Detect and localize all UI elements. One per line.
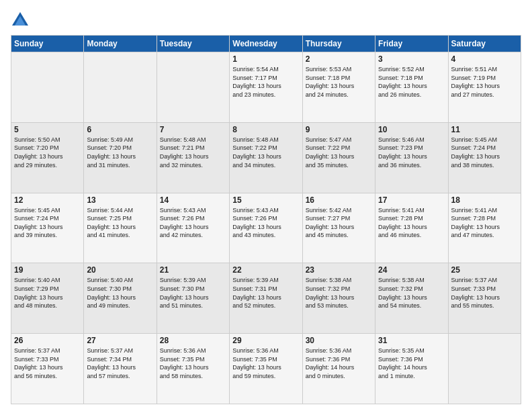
day-number: 20 <box>87 265 153 275</box>
day-info: Sunrise: 5:36 AM Sunset: 7:35 PM Dayligh… <box>232 347 299 380</box>
day-header-tuesday: Tuesday <box>157 36 229 52</box>
day-cell-31: 31Sunrise: 5:35 AM Sunset: 7:36 PM Dayli… <box>375 334 448 404</box>
day-number: 5 <box>14 125 81 134</box>
empty-cell <box>157 52 229 123</box>
week-row-3: 12Sunrise: 5:45 AM Sunset: 7:24 PM Dayli… <box>11 193 521 263</box>
day-number: 26 <box>14 336 81 345</box>
day-number: 12 <box>14 195 81 205</box>
day-info: Sunrise: 5:51 AM Sunset: 7:19 PM Dayligh… <box>451 65 518 99</box>
day-number: 19 <box>14 265 81 275</box>
day-number: 21 <box>160 265 226 275</box>
day-number: 17 <box>378 195 445 205</box>
day-info: Sunrise: 5:54 AM Sunset: 7:17 PM Dayligh… <box>232 65 299 99</box>
week-row-1: 1Sunrise: 5:54 AM Sunset: 7:17 PM Daylig… <box>11 52 521 123</box>
logo <box>11 11 32 30</box>
day-number: 1 <box>232 54 299 64</box>
day-number: 4 <box>451 54 518 64</box>
day-info: Sunrise: 5:37 AM Sunset: 7:33 PM Dayligh… <box>451 276 518 310</box>
day-header-thursday: Thursday <box>302 36 375 52</box>
week-row-5: 26Sunrise: 5:37 AM Sunset: 7:33 PM Dayli… <box>11 334 521 404</box>
day-cell-2: 2Sunrise: 5:53 AM Sunset: 7:18 PM Daylig… <box>302 52 375 123</box>
day-cell-20: 20Sunrise: 5:40 AM Sunset: 7:30 PM Dayli… <box>84 263 157 334</box>
day-info: Sunrise: 5:43 AM Sunset: 7:26 PM Dayligh… <box>232 206 299 240</box>
day-number: 23 <box>306 265 372 275</box>
day-number: 7 <box>160 125 226 134</box>
day-number: 6 <box>87 125 153 134</box>
day-header-wednesday: Wednesday <box>230 36 302 52</box>
day-cell-26: 26Sunrise: 5:37 AM Sunset: 7:33 PM Dayli… <box>11 334 84 404</box>
day-cell-18: 18Sunrise: 5:41 AM Sunset: 7:28 PM Dayli… <box>448 193 521 263</box>
day-info: Sunrise: 5:39 AM Sunset: 7:30 PM Dayligh… <box>160 276 226 310</box>
empty-cell <box>11 52 84 123</box>
day-cell-24: 24Sunrise: 5:38 AM Sunset: 7:32 PM Dayli… <box>375 263 448 334</box>
day-cell-19: 19Sunrise: 5:40 AM Sunset: 7:29 PM Dayli… <box>11 263 84 334</box>
day-number: 2 <box>306 54 372 64</box>
day-cell-3: 3Sunrise: 5:52 AM Sunset: 7:18 PM Daylig… <box>375 52 448 123</box>
header <box>11 11 521 30</box>
day-number: 16 <box>306 195 372 205</box>
day-info: Sunrise: 5:48 AM Sunset: 7:22 PM Dayligh… <box>232 136 299 169</box>
empty-cell <box>84 52 157 123</box>
day-header-saturday: Saturday <box>448 36 521 52</box>
day-info: Sunrise: 5:36 AM Sunset: 7:35 PM Dayligh… <box>160 347 226 380</box>
day-info: Sunrise: 5:49 AM Sunset: 7:20 PM Dayligh… <box>87 136 153 169</box>
day-number: 15 <box>232 195 299 205</box>
day-cell-1: 1Sunrise: 5:54 AM Sunset: 7:17 PM Daylig… <box>230 52 302 123</box>
day-number: 30 <box>306 336 372 345</box>
empty-cell <box>448 334 521 404</box>
day-cell-22: 22Sunrise: 5:39 AM Sunset: 7:31 PM Dayli… <box>230 263 302 334</box>
day-info: Sunrise: 5:42 AM Sunset: 7:27 PM Dayligh… <box>306 206 372 240</box>
day-number: 3 <box>378 54 445 64</box>
day-number: 22 <box>232 265 299 275</box>
calendar: SundayMondayTuesdayWednesdayThursdayFrid… <box>11 35 521 404</box>
day-number: 28 <box>160 336 226 345</box>
day-info: Sunrise: 5:39 AM Sunset: 7:31 PM Dayligh… <box>232 276 299 310</box>
day-cell-28: 28Sunrise: 5:36 AM Sunset: 7:35 PM Dayli… <box>157 334 229 404</box>
day-cell-30: 30Sunrise: 5:36 AM Sunset: 7:36 PM Dayli… <box>302 334 375 404</box>
day-number: 31 <box>378 336 445 345</box>
day-number: 24 <box>378 265 445 275</box>
day-header-sunday: Sunday <box>11 36 84 52</box>
day-number: 25 <box>451 265 518 275</box>
day-info: Sunrise: 5:50 AM Sunset: 7:20 PM Dayligh… <box>14 136 81 169</box>
day-number: 11 <box>451 125 518 134</box>
day-cell-12: 12Sunrise: 5:45 AM Sunset: 7:24 PM Dayli… <box>11 193 84 263</box>
day-cell-25: 25Sunrise: 5:37 AM Sunset: 7:33 PM Dayli… <box>448 263 521 334</box>
day-info: Sunrise: 5:44 AM Sunset: 7:25 PM Dayligh… <box>87 206 153 240</box>
day-info: Sunrise: 5:36 AM Sunset: 7:36 PM Dayligh… <box>306 347 372 380</box>
day-info: Sunrise: 5:48 AM Sunset: 7:21 PM Dayligh… <box>160 136 226 169</box>
day-number: 29 <box>232 336 299 345</box>
day-info: Sunrise: 5:52 AM Sunset: 7:18 PM Dayligh… <box>378 65 445 99</box>
day-info: Sunrise: 5:45 AM Sunset: 7:24 PM Dayligh… <box>14 206 81 240</box>
day-info: Sunrise: 5:40 AM Sunset: 7:29 PM Dayligh… <box>14 276 81 310</box>
day-header-monday: Monday <box>84 36 157 52</box>
day-info: Sunrise: 5:53 AM Sunset: 7:18 PM Dayligh… <box>306 65 372 99</box>
day-info: Sunrise: 5:45 AM Sunset: 7:24 PM Dayligh… <box>451 136 518 169</box>
day-info: Sunrise: 5:41 AM Sunset: 7:28 PM Dayligh… <box>451 206 518 240</box>
day-cell-14: 14Sunrise: 5:43 AM Sunset: 7:26 PM Dayli… <box>157 193 229 263</box>
day-number: 8 <box>232 125 299 134</box>
day-cell-10: 10Sunrise: 5:46 AM Sunset: 7:23 PM Dayli… <box>375 122 448 193</box>
day-cell-4: 4Sunrise: 5:51 AM Sunset: 7:19 PM Daylig… <box>448 52 521 123</box>
day-number: 18 <box>451 195 518 205</box>
day-info: Sunrise: 5:37 AM Sunset: 7:33 PM Dayligh… <box>14 347 81 380</box>
day-cell-9: 9Sunrise: 5:47 AM Sunset: 7:22 PM Daylig… <box>302 122 375 193</box>
day-cell-6: 6Sunrise: 5:49 AM Sunset: 7:20 PM Daylig… <box>84 122 157 193</box>
day-cell-11: 11Sunrise: 5:45 AM Sunset: 7:24 PM Dayli… <box>448 122 521 193</box>
day-info: Sunrise: 5:38 AM Sunset: 7:32 PM Dayligh… <box>378 276 445 310</box>
day-info: Sunrise: 5:38 AM Sunset: 7:32 PM Dayligh… <box>306 276 372 310</box>
week-row-4: 19Sunrise: 5:40 AM Sunset: 7:29 PM Dayli… <box>11 263 521 334</box>
day-info: Sunrise: 5:43 AM Sunset: 7:26 PM Dayligh… <box>160 206 226 240</box>
day-cell-13: 13Sunrise: 5:44 AM Sunset: 7:25 PM Dayli… <box>84 193 157 263</box>
day-cell-16: 16Sunrise: 5:42 AM Sunset: 7:27 PM Dayli… <box>302 193 375 263</box>
header-row: SundayMondayTuesdayWednesdayThursdayFrid… <box>11 36 521 52</box>
day-cell-27: 27Sunrise: 5:37 AM Sunset: 7:34 PM Dayli… <box>84 334 157 404</box>
day-info: Sunrise: 5:41 AM Sunset: 7:28 PM Dayligh… <box>378 206 445 240</box>
day-cell-21: 21Sunrise: 5:39 AM Sunset: 7:30 PM Dayli… <box>157 263 229 334</box>
day-info: Sunrise: 5:47 AM Sunset: 7:22 PM Dayligh… <box>306 136 372 169</box>
day-cell-15: 15Sunrise: 5:43 AM Sunset: 7:26 PM Dayli… <box>230 193 302 263</box>
week-row-2: 5Sunrise: 5:50 AM Sunset: 7:20 PM Daylig… <box>11 122 521 193</box>
day-cell-29: 29Sunrise: 5:36 AM Sunset: 7:35 PM Dayli… <box>230 334 302 404</box>
day-cell-17: 17Sunrise: 5:41 AM Sunset: 7:28 PM Dayli… <box>375 193 448 263</box>
day-number: 9 <box>306 125 372 134</box>
